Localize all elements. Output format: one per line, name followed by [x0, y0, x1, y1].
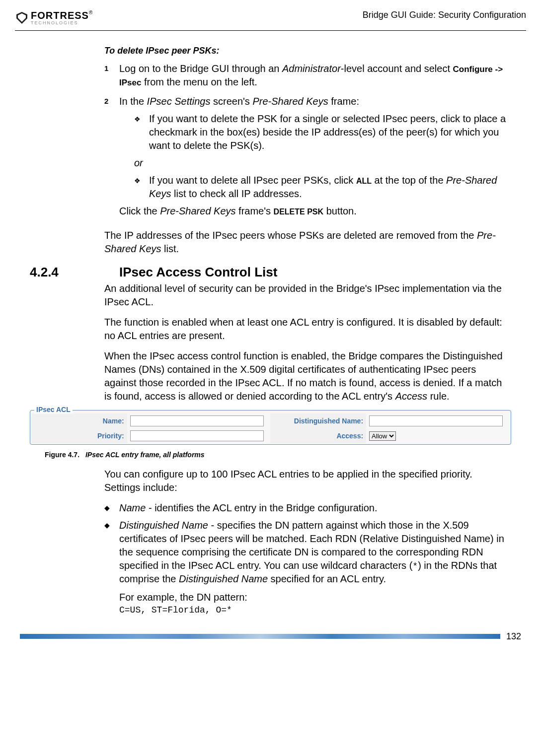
result-paragraph: The IP addresses of the IPsec peers whos…: [104, 229, 506, 256]
acl-para-3: When the IPsec access control function i…: [104, 349, 506, 403]
section-number: 4.2.4: [15, 265, 119, 280]
figure-text: IPsec ACL entry frame, all platforms: [85, 451, 205, 459]
figure-caption: Figure 4.7. IPsec ACL entry frame, all p…: [45, 451, 526, 459]
page-number: 132: [506, 631, 521, 642]
step-2: 2 In the IPsec Settings screen's Pre-Sha…: [104, 95, 506, 223]
page-footer: 132: [15, 631, 526, 642]
sub-bullet-text: If you want to delete all IPsec peer PSK…: [149, 174, 506, 201]
page-header: FORTRESS® TECHNOLOGIES Bridge GUI Guide:…: [15, 10, 526, 25]
logo-main-text: FORTRESS: [31, 10, 89, 21]
bullet-icon: ❖: [134, 112, 149, 152]
logo-reg: ®: [89, 10, 92, 15]
click-line: Click the Pre-Shared Keys frame's DELETE…: [119, 205, 506, 218]
bullet-text: Distinguished Name - specifies the DN pa…: [119, 519, 506, 617]
diamond-icon: ◆: [104, 501, 119, 515]
bullet-dn: ◆ Distinguished Name - specifies the DN …: [104, 519, 506, 617]
step-body: In the IPsec Settings screen's Pre-Share…: [119, 95, 506, 223]
acl-para-1: An additional level of security can be p…: [104, 282, 506, 309]
step-number: 2: [104, 95, 119, 223]
section-title: IPsec Access Control List: [119, 265, 277, 280]
delete-psk-heading: To delete IPsec peer PSKs:: [104, 46, 506, 56]
priority-input[interactable]: [130, 430, 264, 441]
fieldset-legend: IPsec ACL: [34, 406, 73, 413]
step-1: 1 Log on to the Bridge GUI through an Ad…: [104, 62, 506, 89]
header-rule: [15, 30, 526, 31]
priority-label: Priority:: [31, 428, 127, 443]
dn-example-code: C=US, ST=Florida, O=*: [119, 604, 506, 616]
ipsec-acl-fieldset: IPsec ACL Name: Distinguished Name: Prio…: [30, 410, 511, 445]
diamond-icon: ◆: [104, 519, 119, 617]
name-input[interactable]: [130, 415, 264, 426]
sub-bullet-2: ❖ If you want to delete all IPsec peer P…: [134, 174, 506, 201]
acl-para-2: The function is enabled when at least on…: [104, 316, 506, 343]
name-label: Name:: [31, 413, 127, 428]
dn-input[interactable]: [369, 415, 503, 426]
ipsec-acl-figure: IPsec ACL Name: Distinguished Name: Prio…: [30, 410, 511, 445]
dn-label: Distinguished Name:: [270, 413, 366, 428]
or-text: or: [134, 156, 506, 170]
after-figure-para: You can configure up to 100 IPsec ACL en…: [104, 468, 506, 494]
access-select[interactable]: Allow: [369, 431, 396, 441]
footer-gradient: [20, 634, 500, 639]
bullet-name: ◆ Name - identifies the ACL entry in the…: [104, 501, 506, 515]
shield-icon: [15, 11, 29, 25]
dn-example-intro: For example, the DN pattern:: [119, 591, 506, 604]
bullet-icon: ❖: [134, 174, 149, 201]
bullet-text: Name - identifies the ACL entry in the B…: [119, 501, 378, 515]
step-body: Log on to the Bridge GUI through an Admi…: [119, 62, 506, 89]
figure-label: Figure 4.7.: [45, 451, 79, 459]
doc-title: Bridge GUI Guide: Security Configuration: [363, 10, 526, 20]
step-number: 1: [104, 62, 119, 89]
access-label: Access:: [270, 428, 366, 443]
logo: FORTRESS® TECHNOLOGIES: [15, 10, 92, 25]
sub-bullet-text: If you want to delete the PSK for a sing…: [149, 112, 506, 152]
sub-bullet-1: ❖ If you want to delete the PSK for a si…: [134, 112, 506, 152]
section-heading: 4.2.4 IPsec Access Control List: [15, 265, 526, 280]
